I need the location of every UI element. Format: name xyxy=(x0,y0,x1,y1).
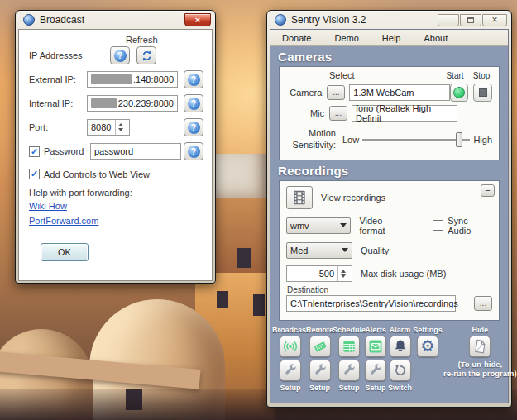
password-field[interactable]: password xyxy=(90,143,181,160)
maximize-button[interactable] xyxy=(460,14,481,26)
switch-label: Switch xyxy=(388,384,412,392)
port-value: 8080 xyxy=(91,122,111,132)
ok-button[interactable]: OK xyxy=(41,243,89,261)
close-button[interactable]: × xyxy=(184,13,211,26)
ip-addresses-label: IP Addresses xyxy=(29,50,87,60)
disk-spin-buttons[interactable] xyxy=(337,266,348,281)
keyboard-icon xyxy=(312,338,328,355)
internal-ip-help-button[interactable]: ? xyxy=(184,94,203,112)
start-button[interactable] xyxy=(450,84,469,102)
setup-label: Setup xyxy=(309,384,330,392)
close-button[interactable]: × xyxy=(482,14,507,26)
desktop-background: Broadcast × Refresh IP Addresses ? xyxy=(0,0,517,420)
video-format-value: wmv xyxy=(290,221,309,231)
hide-button[interactable] xyxy=(469,336,491,357)
port-label: Port: xyxy=(29,122,87,132)
cameras-panel: Select Start Stop Camera ... 1.3M WebCam xyxy=(279,66,500,160)
recordings-header: Recordings xyxy=(278,164,508,178)
camera-field[interactable]: 1.3M WebCam xyxy=(349,84,449,101)
menu-help[interactable]: Help xyxy=(371,33,413,43)
password-label: Password xyxy=(44,146,84,156)
collapse-button[interactable]: − xyxy=(481,184,495,197)
page-icon xyxy=(472,338,488,355)
refresh-ip-button[interactable] xyxy=(136,46,156,64)
refresh-label: Refresh xyxy=(29,35,203,45)
password-checkbox[interactable]: ✓ xyxy=(29,146,40,157)
sync-audio-checkbox[interactable] xyxy=(433,220,443,231)
settings-label: Settings xyxy=(413,326,443,334)
internal-ip-label: Internal IP: xyxy=(29,98,87,108)
bottom-toolbar: Broadcast xyxy=(270,321,508,395)
broadcast-button[interactable] xyxy=(280,336,301,357)
remote-label: Remote xyxy=(306,326,333,334)
quality-dropdown[interactable]: Med xyxy=(286,242,352,259)
background-window xyxy=(253,294,265,316)
view-recordings-button[interactable] xyxy=(286,186,313,209)
settings-button[interactable]: ⚙ xyxy=(417,336,438,357)
add-controls-checkbox[interactable]: ✓ xyxy=(29,169,40,179)
recordings-panel: − xyxy=(279,180,500,321)
password-help-button[interactable]: ? xyxy=(184,142,203,160)
alarm-button[interactable] xyxy=(390,336,411,357)
stop-label: Stop xyxy=(471,71,492,80)
menu-donate[interactable]: Donate xyxy=(270,33,323,43)
external-ip-field[interactable]: .148:8080 xyxy=(87,71,178,88)
slider-thumb[interactable] xyxy=(456,132,462,147)
wikihow-link[interactable]: Wiki How xyxy=(29,201,67,211)
background-window xyxy=(237,248,251,268)
max-disk-label: Max disk usage (MB) xyxy=(361,269,446,279)
camera-browse-button[interactable]: ... xyxy=(327,85,345,100)
schedule-button[interactable] xyxy=(338,336,360,357)
menu-demo[interactable]: Demo xyxy=(323,33,370,43)
stop-icon xyxy=(479,88,487,97)
help-icon: ? xyxy=(188,74,200,86)
motion-sensitivity-slider[interactable] xyxy=(362,139,470,141)
toolbar-col-alarm: Alarm Switch xyxy=(388,326,412,394)
schedule-label: Schedule xyxy=(333,326,366,334)
camera-value: 1.3M WebCam xyxy=(353,88,414,98)
alarm-switch-button[interactable] xyxy=(390,360,411,381)
port-help-button[interactable]: ? xyxy=(184,118,203,136)
minimize-button[interactable]: — xyxy=(438,14,459,26)
sentry-titlebar[interactable]: Sentry Vision 3.2 — × xyxy=(270,11,509,29)
port-spin-buttons[interactable] xyxy=(115,120,126,135)
minimize-icon: — xyxy=(445,17,452,24)
remote-button[interactable] xyxy=(309,336,331,357)
menu-bar: Donate Demo Help About xyxy=(270,30,508,46)
broadcast-titlebar[interactable]: Broadcast × xyxy=(18,11,213,29)
video-format-dropdown[interactable]: wmv xyxy=(286,217,351,234)
menu-about[interactable]: About xyxy=(412,33,459,43)
destination-browse-button[interactable]: ... xyxy=(474,296,492,311)
toolbar-col-remote: Remote xyxy=(306,326,333,394)
gear-icon: ⚙ xyxy=(421,338,435,354)
portforward-link[interactable]: PortForward.com xyxy=(29,216,98,226)
broadcast-setup-button[interactable] xyxy=(280,360,301,381)
stop-button[interactable] xyxy=(473,84,492,102)
ip-help-button[interactable]: ? xyxy=(110,46,130,64)
external-ip-help-button[interactable]: ? xyxy=(184,70,203,88)
wrench-icon xyxy=(313,363,328,378)
background-window xyxy=(217,291,228,308)
mic-browse-button[interactable]: ... xyxy=(329,106,347,121)
destination-field[interactable]: C:\Tnlenterprises\SentryVision\recording… xyxy=(286,295,456,312)
wrench-icon xyxy=(342,363,357,378)
port-spinner[interactable]: 8080 xyxy=(87,119,130,136)
alerts-button[interactable] xyxy=(365,336,386,357)
internal-ip-field[interactable]: 230.239:8080 xyxy=(87,95,178,112)
destination-value: C:\Tnlenterprises\SentryVision\recording… xyxy=(290,298,458,308)
toolbar-col-hide: Hide (To un-hide, re-run the program) xyxy=(443,326,517,379)
destination-label: Destination xyxy=(287,285,492,294)
low-label: Low xyxy=(342,135,359,145)
schedule-setup-button[interactable] xyxy=(338,360,360,381)
broadcast-client-area: Refresh IP Addresses ? Ex xyxy=(18,29,213,281)
alerts-setup-button[interactable] xyxy=(365,360,386,381)
quality-label: Quality xyxy=(361,246,389,255)
mic-field[interactable]: fono (Realtek High Definit xyxy=(352,105,457,122)
sentry-vision-window: Sentry Vision 3.2 — × Donate Demo Help A… xyxy=(266,10,512,408)
motion-label-line1: Motion xyxy=(309,128,336,138)
setup-label: Setup xyxy=(280,384,300,392)
max-disk-spinner[interactable]: 500 xyxy=(286,265,352,282)
broadcast-waves-icon xyxy=(282,338,299,355)
remote-setup-button[interactable] xyxy=(309,360,331,381)
view-recordings-label: View recordings xyxy=(321,193,385,203)
